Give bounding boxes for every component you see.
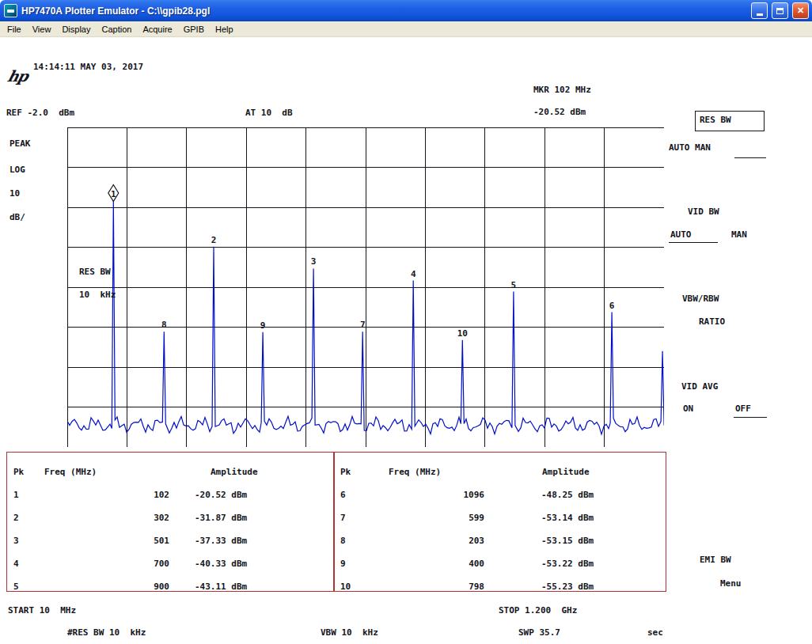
peak-table-row: 5900-43.11 dBm — [7, 581, 334, 592]
maximize-button[interactable] — [772, 2, 788, 19]
peak-amplitude: -37.33 dBm — [195, 536, 247, 546]
header-amplitude: Amplitude — [211, 467, 258, 477]
peak-number-label: 2 — [211, 235, 217, 245]
maximize-icon — [776, 8, 784, 14]
close-button[interactable]: ✕ — [792, 2, 809, 19]
peak-table-row: 61096-48.25 dBm — [334, 490, 666, 500]
minimize-icon — [757, 13, 763, 16]
peak-amplitude: -43.11 dBm — [195, 581, 247, 592]
peak-table-header: Pk Freq (MHz) Amplitude — [334, 467, 666, 477]
peak-table-row: 10798-55.23 dBm — [334, 581, 666, 592]
peak-number: 7 — [340, 513, 346, 523]
marker-frequency-readout: MKR 102 MHz — [533, 85, 591, 95]
plot-area: 14:14:11 MAY 03, 2017 hp MKR 102 MHz REF… — [0, 37, 812, 644]
peak-number: 1 — [13, 490, 19, 500]
peak-number-label: 1 — [111, 189, 116, 199]
peak-number: 4 — [13, 559, 19, 569]
peak-table-row: 4700-40.33 dBm — [7, 559, 334, 569]
peak-amplitude: -20.52 dBm — [195, 490, 247, 500]
scale-value-label: 10 — [9, 188, 20, 199]
attenuation-label: AT 10 dB — [245, 108, 293, 118]
menu-item-view[interactable]: View — [27, 23, 57, 36]
close-icon: ✕ — [797, 6, 804, 15]
off-underline — [734, 417, 767, 418]
peak-frequency: 700 — [78, 559, 169, 569]
peak-number: 10 — [340, 581, 351, 592]
spectrum-svg: 12345678910 — [67, 127, 664, 447]
peak-number-label: 7 — [360, 320, 366, 330]
res-bw-note-line1: RES BW — [79, 267, 111, 277]
peak-number: 6 — [340, 490, 346, 500]
softkey-auto: AUTO — [670, 229, 692, 240]
peak-number: 5 — [13, 581, 19, 592]
peak-frequency: 302 — [78, 513, 169, 523]
peak-table-row: 1102-20.52 dBm — [7, 490, 334, 500]
title-bar[interactable]: HP7470A Plotter Emulator - C:\\gpib28.pg… — [0, 0, 812, 21]
header-pk: Pk — [13, 467, 24, 477]
app-icon — [4, 4, 17, 17]
minimize-button[interactable] — [751, 2, 768, 19]
peak-frequency: 599 — [397, 513, 484, 523]
reference-level-label: REF -2.0 dBm — [6, 108, 74, 118]
peak-amplitude: -53.15 dBm — [541, 536, 594, 546]
vbw-bottom-label: VBW 10 kHz — [321, 627, 378, 638]
peak-frequency: 900 — [78, 581, 169, 592]
peak-frequency: 400 — [397, 559, 484, 569]
peak-amplitude: -31.87 dBm — [195, 513, 247, 523]
menu-item-gpib[interactable]: GPIB — [178, 23, 210, 36]
peak-frequency: 1096 — [397, 490, 484, 500]
start-frequency-label: START 10 MHz — [8, 605, 76, 616]
auto-man-underline — [734, 157, 766, 158]
peak-table-row: 9400-53.22 dBm — [334, 559, 666, 569]
softkey-vid-avg: VID AVG — [681, 381, 718, 392]
peak-number-label: 4 — [411, 269, 416, 279]
peak-table-row: 3501-37.33 dBm — [7, 536, 334, 546]
window-title: HP7470A Plotter Emulator - C:\\gpib28.pg… — [21, 6, 747, 17]
menu-item-acquire[interactable]: Acquire — [137, 23, 177, 36]
softkey-man: MAN — [731, 229, 747, 240]
log-mode-label: LOG — [9, 165, 25, 175]
peak-frequency: 102 — [78, 490, 169, 500]
menu-item-help[interactable]: Help — [210, 23, 239, 36]
peak-table-row: 7599-53.14 dBm — [334, 513, 666, 523]
peak-number: 3 — [13, 536, 19, 546]
app-window: HP7470A Plotter Emulator - C:\\gpib28.pg… — [0, 0, 812, 644]
softkey-ratio: RATIO — [699, 316, 725, 327]
marker-amplitude-readout: -20.52 dBm — [533, 107, 586, 117]
plot-timestamp: 14:14:11 MAY 03, 2017 — [33, 62, 143, 72]
peak-number: 2 — [13, 513, 19, 523]
res-bw-bottom-label: #RES BW 10 kHz — [67, 627, 146, 638]
peak-frequency: 798 — [397, 581, 484, 592]
softkey-auto-man: AUTO MAN — [669, 142, 711, 153]
softkey-vid-bw: VID BW — [688, 206, 719, 217]
peak-number-label: 8 — [161, 320, 167, 330]
peak-number-label: 10 — [457, 328, 468, 339]
menu-item-display[interactable]: Display — [56, 23, 96, 36]
peak-table-left: Pk Freq (MHz) Amplitude 1102-20.52 dBm23… — [6, 452, 335, 592]
menu-item-caption[interactable]: Caption — [96, 23, 137, 36]
menu-item-file[interactable]: File — [2, 23, 27, 36]
peak-number-label: 3 — [311, 256, 317, 267]
auto-underline — [669, 242, 718, 243]
softkey-res-bw-box: RES BW — [695, 111, 765, 131]
peak-table-row: 8203-53.15 dBm — [334, 536, 666, 546]
peak-table-header: Pk Freq (MHz) Amplitude — [7, 467, 334, 477]
softkey-vbw-rbw: VBW/RBW — [682, 294, 719, 304]
sweep-time-label: SWP 35.7 — [518, 627, 560, 638]
peak-number-label: 5 — [511, 280, 517, 290]
header-pk: Pk — [340, 467, 351, 477]
header-amplitude: Amplitude — [542, 467, 590, 477]
peak-table-row: 2302-31.87 dBm — [7, 513, 334, 523]
peak-number: 9 — [340, 559, 346, 569]
peak-amplitude: -55.23 dBm — [541, 581, 594, 592]
peak-frequency: 501 — [78, 536, 169, 546]
stop-frequency-label: STOP 1.200 GHz — [499, 605, 577, 616]
peak-number: 8 — [340, 536, 346, 546]
hp-logo: hp — [6, 67, 30, 85]
res-bw-note-line2: 10 kHz — [79, 290, 116, 300]
softkey-off: OFF — [735, 403, 751, 414]
sweep-time-unit: sec — [647, 627, 663, 638]
peak-frequency: 203 — [397, 536, 484, 546]
softkey-on: ON — [683, 403, 693, 414]
peak-table-right: Pk Freq (MHz) Amplitude 61096-48.25 dBm7… — [333, 452, 666, 592]
